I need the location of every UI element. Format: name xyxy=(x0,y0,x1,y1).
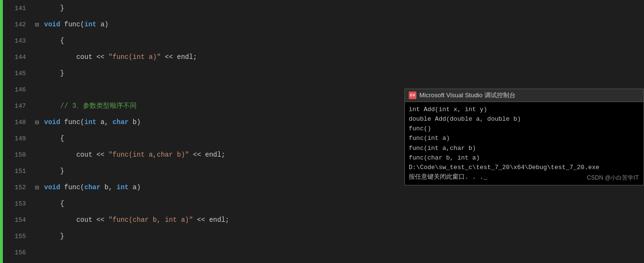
table-row: 141 } xyxy=(3,0,644,16)
terminal-icon-label: cv xyxy=(410,93,415,98)
terminal-path: D:\Code\sw_test_c\test_7_20\x64\Debug\te… xyxy=(409,163,640,172)
terminal-titlebar: cv Microsoft Visual Studio 调试控制台 xyxy=(405,89,644,102)
line-content: cout << "func(int a)" << endl; xyxy=(42,49,644,65)
line-number: 147 xyxy=(3,103,32,110)
line-content: void func(int a) xyxy=(42,16,644,33)
line-number: 144 xyxy=(3,54,32,61)
line-gutter[interactable]: ⊟ xyxy=(32,21,42,29)
terminal-body: int Add(int x, int y)double Add(double a… xyxy=(405,102,644,185)
line-content: { xyxy=(42,195,644,212)
line-number: 151 xyxy=(3,168,32,175)
line-number: 146 xyxy=(3,86,32,93)
terminal-title: Microsoft Visual Studio 调试控制台 xyxy=(419,91,516,100)
table-row: 143 { xyxy=(3,33,644,49)
terminal-panel: cv Microsoft Visual Studio 调试控制台 int Add… xyxy=(404,89,644,185)
line-number: 152 xyxy=(3,184,32,191)
line-number: 141 xyxy=(3,5,32,12)
line-gutter[interactable]: ⊟ xyxy=(32,183,42,192)
list-item: func(int a,char b) xyxy=(409,144,640,153)
list-item: int Add(int x, int y) xyxy=(409,105,640,114)
line-number: 155 xyxy=(3,233,32,240)
list-item: func() xyxy=(409,124,640,134)
table-row: 153 { xyxy=(3,195,644,212)
line-content: { xyxy=(42,33,644,49)
line-number: 142 xyxy=(3,21,32,28)
code-editor: 141 }142⊟void func(int a)143 {144 cout <… xyxy=(3,0,644,263)
line-number: 149 xyxy=(3,135,32,142)
line-content: cout << "func(char b, int a)" << endl; xyxy=(42,212,644,228)
line-number: 156 xyxy=(3,249,32,256)
line-content: } xyxy=(42,0,644,16)
table-row: 142⊟void func(int a) xyxy=(3,16,644,33)
list-item: double Add(double a, double b) xyxy=(409,114,640,124)
table-row: 145 } xyxy=(3,65,644,81)
list-item: func(char b, int a) xyxy=(409,153,640,163)
terminal-icon: cv xyxy=(409,91,416,99)
table-row: 156 xyxy=(3,244,644,261)
line-number: 150 xyxy=(3,151,32,159)
csdn-watermark: CSDN @小白苦学IT xyxy=(587,174,639,182)
table-row: 144 cout << "func(int a)" << endl; xyxy=(3,49,644,65)
line-content: } xyxy=(42,65,644,81)
line-number: 145 xyxy=(3,70,32,77)
table-row: 155 } xyxy=(3,228,644,244)
line-number: 154 xyxy=(3,217,32,224)
line-number: 148 xyxy=(3,119,32,126)
line-number: 153 xyxy=(3,200,32,207)
line-gutter[interactable]: ⊟ xyxy=(32,118,42,126)
list-item: func(int a) xyxy=(409,134,640,143)
line-content: } xyxy=(42,228,644,244)
table-row: 154 cout << "func(char b, int a)" << end… xyxy=(3,212,644,228)
line-number: 143 xyxy=(3,37,32,45)
